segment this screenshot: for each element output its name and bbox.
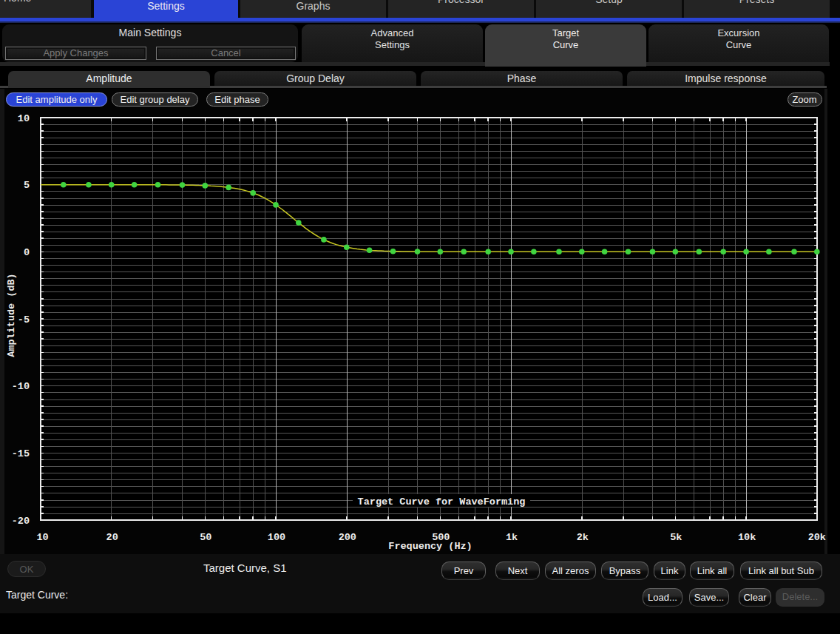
svg-text:100: 100	[268, 532, 285, 543]
svg-text:20: 20	[106, 532, 118, 543]
svg-text:-20: -20	[12, 516, 30, 527]
svg-text:1k: 1k	[506, 532, 518, 543]
svg-text:0: 0	[24, 247, 30, 258]
svg-text:20k: 20k	[808, 532, 826, 543]
svg-text:Frequency (Hz): Frequency (Hz)	[388, 541, 472, 552]
svg-text:10: 10	[18, 113, 30, 124]
svg-text:200: 200	[339, 532, 356, 543]
svg-text:10: 10	[36, 532, 48, 543]
svg-text:Target Curve for WaveForming: Target Curve for WaveForming	[358, 496, 526, 507]
svg-text:-15: -15	[12, 448, 30, 459]
svg-text:5: 5	[24, 180, 30, 191]
svg-text:10k: 10k	[738, 532, 756, 543]
svg-text:2k: 2k	[577, 532, 589, 543]
svg-text:-10: -10	[12, 381, 30, 392]
svg-text:5k: 5k	[670, 532, 682, 543]
svg-text:Amplitude (dB): Amplitude (dB)	[6, 273, 17, 357]
svg-text:-5: -5	[18, 314, 30, 326]
svg-text:50: 50	[200, 532, 211, 543]
